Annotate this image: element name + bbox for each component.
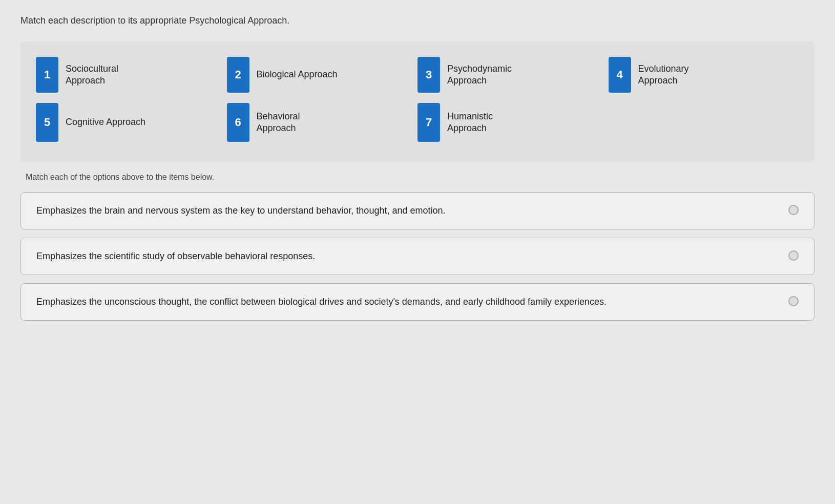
approach-label-5: Cognitive Approach (66, 116, 145, 128)
approach-item-4[interactable]: 4 EvolutionaryApproach (609, 57, 800, 93)
approaches-container: 1 SocioculturalApproach 2 Biological App… (20, 41, 815, 162)
answer-box-2[interactable]: Emphasizes the scientific study of obser… (20, 238, 815, 275)
approach-badge-7: 7 (418, 103, 440, 142)
approach-badge-1: 1 (36, 57, 58, 93)
approach-badge-2: 2 (227, 57, 249, 93)
approaches-row-2: 5 Cognitive Approach 6 BehavioralApproac… (36, 103, 799, 142)
page-instruction: Match each description to its appropriat… (20, 15, 815, 26)
approach-item-3[interactable]: 3 PsychodynamicApproach (418, 57, 609, 93)
approach-label-3: PsychodynamicApproach (447, 63, 512, 87)
approach-badge-4: 4 (609, 57, 631, 93)
answer-box-1-handle (788, 205, 799, 215)
answer-box-3[interactable]: Emphasizes the unconscious thought, the … (20, 283, 815, 321)
approach-item-7[interactable]: 7 HumanisticApproach (418, 103, 609, 142)
approach-label-1: SocioculturalApproach (66, 63, 118, 87)
match-instruction: Match each of the options above to the i… (26, 173, 815, 182)
approach-label-6: BehavioralApproach (257, 111, 300, 135)
answer-boxes-container: Emphasizes the brain and nervous system … (20, 192, 815, 321)
approach-item-2[interactable]: 2 Biological Approach (227, 57, 418, 93)
answer-box-2-handle (788, 250, 799, 261)
approach-badge-5: 5 (36, 103, 58, 142)
answer-box-2-text: Emphasizes the scientific study of obser… (36, 249, 783, 263)
approach-item-1[interactable]: 1 SocioculturalApproach (36, 57, 227, 93)
approach-label-4: EvolutionaryApproach (638, 63, 689, 87)
approaches-row-1: 1 SocioculturalApproach 2 Biological App… (36, 57, 799, 93)
answer-box-1-text: Emphasizes the brain and nervous system … (36, 204, 783, 218)
answer-box-3-text: Emphasizes the unconscious thought, the … (36, 295, 783, 309)
approach-badge-3: 3 (418, 57, 440, 93)
approach-label-7: HumanisticApproach (447, 111, 493, 135)
approach-badge-6: 6 (227, 103, 249, 142)
answer-box-3-handle (788, 296, 799, 306)
approach-item-5[interactable]: 5 Cognitive Approach (36, 103, 227, 142)
approach-item-6[interactable]: 6 BehavioralApproach (227, 103, 418, 142)
answer-box-1[interactable]: Emphasizes the brain and nervous system … (20, 192, 815, 229)
approach-label-2: Biological Approach (257, 69, 338, 80)
